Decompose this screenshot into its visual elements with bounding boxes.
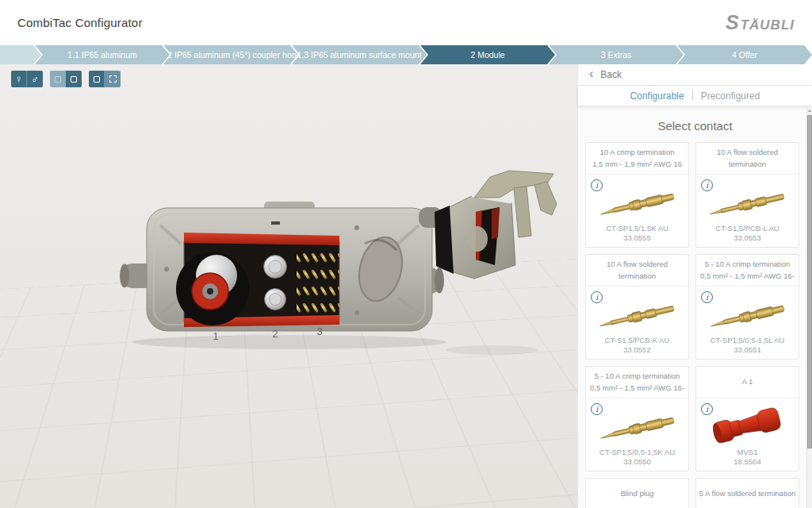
info-button[interactable]: i bbox=[591, 291, 603, 303]
step-1-2-coupler-hood[interactable]: 1.2 IP65 aluminum (45°) coupler hood bbox=[163, 45, 298, 64]
tab-preconfigured[interactable]: Preconfigured bbox=[701, 90, 760, 102]
step-1-3-surface-mount[interactable]: 1.3 IP65 aluminum surface mount bbox=[292, 45, 427, 64]
contact-card-ct-s15-pcb-k[interactable]: 10 A flow soldered termination i bbox=[585, 254, 689, 360]
product-image-gold-pcb-pin bbox=[596, 298, 679, 334]
scroll-up-button[interactable]: ▲ bbox=[807, 106, 812, 114]
step-1-1-ip65-aluminum[interactable]: 1.1 IP65 aluminum bbox=[35, 45, 170, 64]
view-mode-solid-button[interactable] bbox=[50, 71, 66, 87]
card-title: 5 - 10 A crimp termination 0,5 mm² - 1,5… bbox=[586, 367, 688, 398]
contact-card-ct-sp15-05-15k[interactable]: 5 - 10 A crimp termination 0,5 mm² - 1,5… bbox=[585, 366, 689, 471]
product-image-gold-crimp-pin bbox=[596, 186, 679, 222]
product-number: 33.0553 bbox=[733, 233, 760, 243]
card-title: A 1 bbox=[696, 367, 799, 398]
configurator-stepper: 1.1 IP65 aluminum 1.2 IP65 aluminum (45°… bbox=[0, 45, 812, 64]
product-image-red-carrier bbox=[707, 403, 789, 448]
card-title-line2: 1,5 mm - 1,9 mm² AWG 16 bbox=[588, 160, 687, 169]
contact-card-ct-sp15-15k[interactable]: 10 A crimp termination 1,5 mm - 1,9 mm² … bbox=[585, 142, 689, 248]
contact-card-ct-s15-pcb-l[interactable]: 10 A flow soldered termination i bbox=[695, 142, 799, 248]
contact-card-blind-plug[interactable]: Blind plug bbox=[585, 478, 689, 508]
card-title-line1: 5 - 10 A crimp termination bbox=[698, 260, 797, 269]
step-2-module[interactable]: 2 Module bbox=[420, 45, 555, 64]
tab-configurable[interactable]: Configurable bbox=[630, 90, 684, 102]
card-title-line1: 5 A flow soldered termination bbox=[698, 489, 797, 498]
contact-card-5a-flow-soldered[interactable]: 5 A flow soldered termination bbox=[695, 478, 799, 508]
product-name: CT-SP1,5/0,5-1,5L AU bbox=[710, 336, 785, 345]
view-mode-toggle-group bbox=[50, 71, 82, 87]
card-title-line1: A 1 bbox=[698, 377, 797, 387]
square-outline-icon bbox=[94, 76, 100, 83]
panel-tabs: Configurable Preconfigured bbox=[578, 86, 812, 106]
staubli-logo-text: TÄUBLI bbox=[741, 17, 795, 33]
product-number: 33.0555 bbox=[623, 233, 650, 243]
step-3-extras[interactable]: 3 Extras bbox=[549, 45, 684, 64]
staubli-logo: S TÄUBLI bbox=[726, 11, 795, 34]
card-title-line1: 10 A crimp termination bbox=[588, 148, 687, 157]
3d-model: 1 2 3 bbox=[119, 166, 571, 364]
card-title: 10 A crimp termination 1,5 mm - 1,9 mm² … bbox=[586, 143, 688, 175]
info-button[interactable]: i bbox=[701, 179, 713, 191]
product-number: 18.5504 bbox=[733, 457, 760, 467]
model-svg: 1 2 3 bbox=[119, 166, 571, 364]
configuration-panel: ‹ Back Configurable Preconfigured Select… bbox=[577, 64, 812, 508]
square-faint-icon bbox=[55, 76, 61, 83]
card-title-line1: 5 - 10 A crimp termination bbox=[588, 371, 687, 381]
back-button[interactable]: ‹ Back bbox=[578, 64, 812, 86]
card-title-line2: 0,5 mm² - 1,5 mm² AWG 16- bbox=[698, 271, 797, 281]
page-title: CombiTac Configurator bbox=[17, 16, 143, 29]
slot-2-label: 2 bbox=[272, 328, 278, 340]
display-exploded-button[interactable] bbox=[105, 71, 121, 87]
scrollbar-thumb[interactable] bbox=[807, 115, 812, 448]
male-contacts-button[interactable]: ♂ bbox=[27, 71, 43, 87]
model-shadow bbox=[132, 335, 446, 349]
square-dashed-icon bbox=[109, 75, 117, 83]
info-button[interactable]: i bbox=[701, 291, 713, 303]
female-icon: ♀ bbox=[15, 73, 23, 85]
contact-list-scroll-area[interactable]: Select contact 10 A crimp termination 1,… bbox=[578, 106, 812, 508]
card-body: i CT-SP1,5/1, bbox=[586, 175, 688, 248]
slot-3-label: 3 bbox=[316, 325, 322, 337]
step-4-offer[interactable]: 4 Offer bbox=[677, 45, 812, 64]
back-label: Back bbox=[600, 69, 622, 80]
select-contact-heading: Select contact bbox=[578, 119, 812, 133]
product-name: CT-SP1,5/0,5-1,5K AU bbox=[599, 448, 675, 457]
module-slot-3[interactable] bbox=[297, 247, 339, 318]
card-body: i CT-S1,5/PCB bbox=[586, 287, 688, 360]
info-button[interactable]: i bbox=[701, 403, 713, 415]
card-title: 10 A flow soldered termination bbox=[586, 255, 688, 287]
panel-scrollbar[interactable]: ▲ bbox=[806, 106, 812, 508]
card-title: 5 - 10 A crimp termination 0,5 mm² - 1,5… bbox=[696, 255, 799, 287]
app-header: CombiTac Configurator S TÄUBLI bbox=[0, 0, 812, 45]
module-slot-1[interactable] bbox=[176, 252, 249, 325]
product-name: CT-SP1,5/1,5K AU bbox=[606, 224, 668, 233]
card-body: i CT-SP1,5/0, bbox=[696, 287, 799, 360]
contact-card-mvs1[interactable]: A 1 i bbox=[695, 366, 799, 471]
product-name: CT-S1,5/PCB-K AU bbox=[605, 336, 670, 345]
gender-toggle-group: ♀ ♂ bbox=[11, 71, 43, 87]
stepper-start-chevron bbox=[0, 45, 41, 64]
card-title-line2: 0,5 mm² - 1,5 mm² AWG 16- bbox=[588, 383, 687, 393]
info-button[interactable]: i bbox=[591, 403, 603, 415]
slot-1-label: 1 bbox=[213, 330, 218, 342]
female-contacts-button[interactable]: ♀ bbox=[11, 71, 27, 87]
card-body: i CT-SP1,5/0, bbox=[586, 398, 688, 471]
content-row: ♀ ♂ bbox=[0, 64, 812, 508]
tab-divider bbox=[692, 90, 693, 101]
3d-viewport[interactable]: ♀ ♂ bbox=[0, 64, 577, 508]
coupler-hood[interactable] bbox=[419, 171, 557, 279]
card-title-line1: Blind plug bbox=[588, 489, 687, 498]
product-name: MVS1 bbox=[737, 448, 758, 457]
card-body: i CT-S1,5/PCB bbox=[696, 175, 799, 248]
card-title-line1: 10 A flow soldered bbox=[588, 260, 687, 269]
display-front-button[interactable] bbox=[89, 71, 105, 87]
product-number: 33.0551 bbox=[733, 345, 760, 355]
view-mode-outline-button[interactable] bbox=[66, 71, 82, 87]
card-title-line2: termination bbox=[698, 160, 797, 169]
card-title: Blind plug bbox=[586, 479, 688, 508]
info-button[interactable]: i bbox=[591, 179, 603, 191]
display-toggle-group bbox=[89, 71, 121, 87]
contact-card-ct-sp15-05-15l[interactable]: 5 - 10 A crimp termination 0,5 mm² - 1,5… bbox=[695, 254, 799, 360]
card-title: 5 A flow soldered termination bbox=[696, 479, 799, 508]
product-number: 33.0550 bbox=[623, 457, 650, 467]
product-image-gold-crimp-pin bbox=[707, 298, 789, 334]
product-image-gold-pcb-pin bbox=[707, 186, 789, 222]
